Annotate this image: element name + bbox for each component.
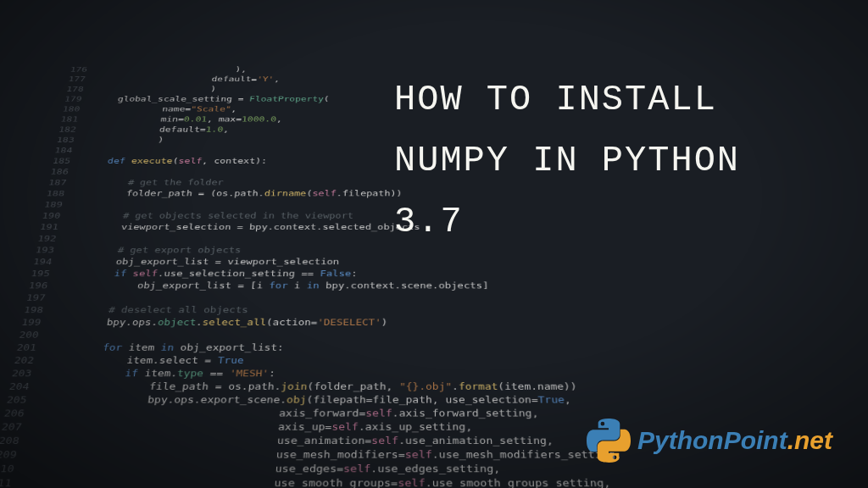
code-line: 194 obj_export_list = viewport_selection <box>27 256 841 268</box>
code-line: 203 if item.type == 'MESH': <box>5 367 863 380</box>
brand-text: PythonPoint.net <box>637 426 832 455</box>
code-line: 197 <box>20 291 849 303</box>
code-line: 201 for item in obj_export_list: <box>10 341 858 354</box>
code-line: 204 file_path = os.path.join(folder_path… <box>3 380 865 394</box>
title-line-1: HOW TO INSTALL <box>394 69 740 130</box>
title-line-2: NUMPY IN PYTHON <box>394 130 740 191</box>
code-line: 195 if self.use_selection_setting == Fal… <box>25 268 843 280</box>
python-icon <box>587 419 631 463</box>
brand-orange: .net <box>787 426 832 454</box>
code-line: 200 <box>13 329 855 341</box>
code-line: 205 bpy.ops.export_scene.obj(filepath=fi… <box>0 393 868 407</box>
code-line: 211 use_smooth_groups=self.use_smooth_gr… <box>0 476 868 488</box>
code-line: 210 use_edges=self.use_edges_setting, <box>0 462 868 476</box>
code-line: 199 bpy.ops.object.select_all(action='DE… <box>15 316 853 329</box>
code-line: 198 # deselect all objects <box>18 304 850 317</box>
brand-blue: PythonPoint <box>637 426 787 454</box>
title-line-3: 3.7 <box>394 191 740 252</box>
hero-title: HOW TO INSTALL NUMPY IN PYTHON 3.7 <box>394 69 740 252</box>
brand-logo: PythonPoint.net <box>587 419 832 463</box>
code-line: 196 obj_export_list = [i for i in bpy.co… <box>22 280 845 291</box>
code-line: 202 item.select = True <box>8 354 860 367</box>
